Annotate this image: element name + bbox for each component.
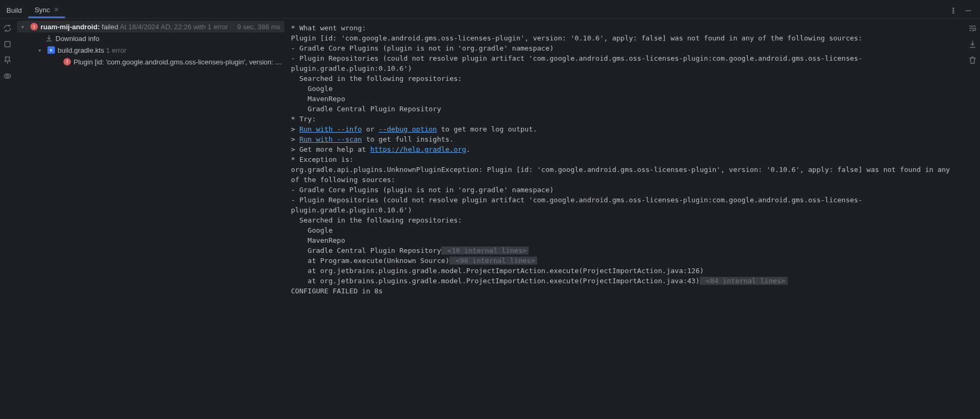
tool-window-tabs: Build Sync ×	[0, 3, 980, 19]
output-line: Google	[291, 225, 965, 235]
tab-build[interactable]: Build	[0, 3, 28, 18]
close-tab-icon[interactable]: ×	[54, 5, 59, 14]
download-info-label: Download info	[55, 35, 282, 43]
run-scan-link[interactable]: Run with --scan	[299, 135, 362, 143]
right-toolbar	[965, 19, 980, 419]
tree-root-build[interactable]: ▾ ! ruam-mij-android: failed At 18/4/202…	[17, 21, 285, 32]
output-line: > Get more help at https://help.gradle.o…	[291, 144, 965, 154]
output-line: * Try:	[291, 114, 965, 124]
wrap-text-icon[interactable]	[967, 23, 978, 34]
sync-icon[interactable]	[2, 23, 13, 34]
tree-error-item[interactable]: ! Plugin [id: 'com.google.android.gms.os…	[15, 56, 287, 68]
output-line: at org.jetbrains.plugins.gradle.model.Pr…	[291, 266, 965, 276]
svg-rect-4	[5, 42, 10, 47]
error-message-label: Plugin [id: 'com.google.android.gms.oss-…	[74, 58, 282, 66]
output-line: - Plugin Repositories (could not resolve…	[291, 53, 965, 73]
output-line: MavenRepo	[291, 94, 965, 104]
output-line: > Run with --info or --debug option to g…	[291, 124, 965, 134]
output-line: Google	[291, 84, 965, 94]
output-line: > Run with --scan to get full insights.	[291, 134, 965, 144]
download-icon	[45, 34, 53, 43]
output-line: - Plugin Repositories (could not resolve…	[291, 195, 965, 215]
error-icon: !	[30, 23, 38, 30]
tree-build-file[interactable]: ▾ K build.gradle.kts 1 error	[15, 44, 287, 56]
chevron-down-icon[interactable]: ▾	[21, 24, 29, 30]
svg-point-2	[953, 12, 954, 13]
tab-sync-label: Sync	[35, 6, 50, 14]
options-icon[interactable]	[948, 5, 959, 16]
output-line: Searched in the following repositories:	[291, 73, 965, 84]
build-duration: 9 sec, 386 ms	[233, 23, 280, 31]
output-line: Gradle Central Plugin Repository <10 int…	[291, 245, 965, 256]
output-line: MavenRepo	[291, 235, 965, 245]
view-icon[interactable]	[2, 71, 13, 81]
build-file-label: build.gradle.kts 1 error	[58, 46, 282, 54]
output-line: - Gradle Core Plugins (plugin is not in …	[291, 185, 965, 195]
error-icon: !	[63, 58, 71, 65]
tree-root-label: ruam-mij-android: failed At 18/4/2024 AD…	[41, 23, 233, 31]
svg-point-1	[953, 10, 954, 11]
internal-lines-fold[interactable]: <96 internal lines>	[449, 257, 537, 265]
run-info-link[interactable]: Run with --info	[299, 125, 362, 133]
output-line: at org.jetbrains.plugins.gradle.model.Pr…	[291, 276, 965, 286]
scroll-to-end-icon[interactable]	[967, 39, 978, 50]
clear-icon[interactable]	[967, 55, 978, 65]
help-gradle-link[interactable]: https://help.gradle.org	[370, 145, 466, 153]
minimize-icon[interactable]	[963, 5, 974, 16]
stop-icon[interactable]	[2, 39, 13, 50]
kts-file-icon: K	[47, 46, 55, 54]
output-line: CONFIGURE FAILED in 8s	[291, 286, 965, 296]
chevron-down-icon[interactable]: ▾	[38, 47, 46, 53]
internal-lines-fold[interactable]: <84 internal lines>	[700, 277, 788, 285]
output-line: Plugin [id: 'com.google.android.gms.oss-…	[291, 33, 965, 43]
debug-option-link[interactable]: --debug option	[378, 125, 437, 133]
tab-build-label: Build	[6, 6, 22, 14]
output-line: Gradle Central Plugin Repository	[291, 104, 965, 114]
output-line: org.gradle.api.plugins.UnknownPluginExce…	[291, 165, 965, 185]
output-line: * What went wrong:	[291, 23, 965, 33]
build-tree-panel: ▾ ! ruam-mij-android: failed At 18/4/202…	[15, 19, 287, 419]
internal-lines-fold[interactable]: <10 internal lines>	[441, 247, 529, 254]
output-line: - Gradle Core Plugins (plugin is not in …	[291, 43, 965, 53]
tab-sync[interactable]: Sync ×	[28, 3, 65, 18]
output-line: * Exception is:	[291, 154, 965, 165]
svg-point-6	[4, 74, 11, 78]
output-line: at Program.execute(Unknown Source) <96 i…	[291, 256, 965, 266]
build-output-panel[interactable]: * What went wrong: Plugin [id: 'com.goog…	[287, 19, 965, 419]
pin-icon[interactable]	[2, 55, 13, 65]
output-line: Searched in the following repositories:	[291, 215, 965, 225]
tree-download-info[interactable]: Download info	[15, 32, 287, 44]
svg-point-0	[953, 8, 954, 9]
left-toolbar	[0, 19, 15, 419]
svg-point-7	[6, 75, 9, 77]
